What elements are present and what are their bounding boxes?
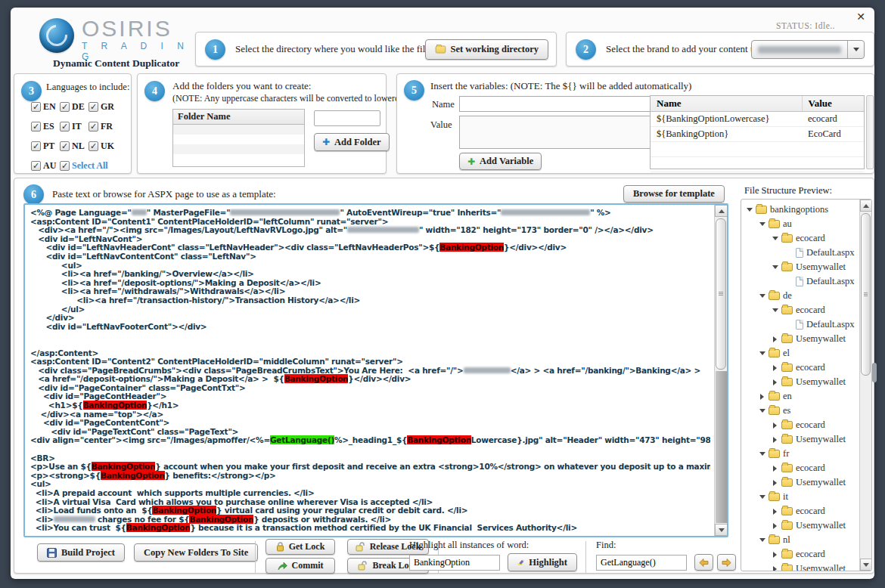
language-checkbox[interactable]: ✓: [31, 141, 41, 151]
tree-folder-en[interactable]: en: [743, 389, 859, 404]
set-working-directory-button[interactable]: Set working directory: [425, 39, 548, 60]
language-option-fr[interactable]: ✓FR: [88, 121, 132, 132]
code-scrollbar-track[interactable]: [716, 371, 727, 523]
expand-arrow-icon[interactable]: [772, 365, 778, 371]
variable-row[interactable]: ${BankingOption}EcoCard: [651, 127, 864, 142]
tree-folder-ecocard[interactable]: ecocard: [743, 231, 859, 246]
get-lock-button[interactable]: Get Lock: [266, 539, 335, 555]
expand-arrow-icon[interactable]: [772, 422, 778, 429]
tree-folder-it[interactable]: it: [743, 490, 859, 504]
highlight-word-input[interactable]: [409, 555, 500, 571]
collapse-arrow-icon[interactable]: [759, 495, 765, 499]
expand-arrow-icon[interactable]: [772, 523, 778, 529]
tree-folder-ecocard[interactable]: ecocard: [743, 303, 859, 317]
tree-folder-ecocard[interactable]: ecocard: [743, 547, 859, 562]
select-all-option[interactable]: ✓Select All: [60, 160, 132, 172]
build-project-button[interactable]: Build Project: [37, 543, 125, 562]
find-input[interactable]: [596, 555, 687, 571]
tree-file-default.aspx[interactable]: Default.aspx: [743, 317, 859, 332]
collapse-arrow-icon[interactable]: [759, 452, 765, 456]
tree-folder-usemywallet[interactable]: Usemywallet: [743, 260, 859, 274]
collapse-arrow-icon[interactable]: [759, 351, 765, 355]
tree-folder-ecocard[interactable]: ecocard: [743, 418, 859, 432]
variables-table-scrollbar[interactable]: [866, 95, 874, 169]
resize-handle[interactable]: [872, 363, 877, 382]
language-checkbox[interactable]: ✓: [60, 141, 70, 151]
tree-folder-el[interactable]: el: [743, 346, 859, 361]
tree-scroll-down-icon[interactable]: [860, 559, 872, 571]
language-option-au[interactable]: ✓AU: [31, 160, 60, 172]
tree-folder-usemywallet[interactable]: Usemywallet: [743, 518, 859, 533]
expand-arrow-icon[interactable]: [772, 466, 778, 472]
language-option-es[interactable]: ✓ES: [31, 121, 60, 132]
collapse-arrow-icon[interactable]: [759, 409, 765, 413]
scroll-down-icon[interactable]: [715, 524, 728, 536]
language-option-en[interactable]: ✓EN: [31, 101, 60, 113]
expand-arrow-icon[interactable]: [772, 379, 778, 385]
collapse-arrow-icon[interactable]: [772, 237, 778, 240]
tree-folder-ecocard[interactable]: ecocard: [743, 461, 859, 475]
tree-folder-nl[interactable]: nl: [743, 533, 859, 547]
language-checkbox[interactable]: ✓: [88, 141, 98, 151]
language-checkbox[interactable]: ✓: [31, 122, 41, 132]
commit-button[interactable]: Commit: [266, 558, 335, 574]
expand-arrow-icon[interactable]: [772, 509, 778, 515]
tree-file-default.aspx[interactable]: Default.aspx: [743, 274, 859, 289]
variable-name-input[interactable]: [459, 96, 654, 112]
copy-new-folders-button[interactable]: Copy New Folders To Site: [134, 543, 258, 562]
language-checkbox[interactable]: ✓: [88, 122, 98, 132]
select-all-link[interactable]: Select All: [72, 160, 108, 172]
tree-folder-ecocard[interactable]: ecocard: [743, 504, 859, 518]
scroll-up-icon[interactable]: [715, 205, 728, 217]
tree-folder-ecocard[interactable]: ecocard: [743, 361, 859, 375]
tree-scrollbar-thumb[interactable]: [861, 213, 871, 376]
close-icon[interactable]: ✕: [856, 11, 865, 23]
tree-folder-es[interactable]: es: [743, 404, 859, 418]
collapse-arrow-icon[interactable]: [746, 208, 753, 212]
tree-folder-bankingoptions[interactable]: bankingoptions: [743, 203, 859, 217]
language-checkbox[interactable]: ✓: [88, 102, 98, 112]
highlight-button[interactable]: Highlight: [508, 553, 577, 571]
expand-arrow-icon[interactable]: [759, 394, 765, 400]
collapse-arrow-icon[interactable]: [759, 538, 765, 542]
expand-arrow-icon[interactable]: [772, 552, 778, 558]
tree-folder-usemywallet[interactable]: Usemywallet: [743, 475, 859, 490]
expand-arrow-icon[interactable]: [772, 437, 778, 443]
collapse-arrow-icon[interactable]: [772, 308, 778, 312]
code-scrollbar[interactable]: [714, 205, 727, 536]
tree-folder-usemywallet[interactable]: Usemywallet: [743, 375, 859, 389]
variable-row[interactable]: ${BankingOptionLowercase}ecocard: [651, 112, 864, 127]
tree-file-default.aspx[interactable]: Default.aspx: [743, 246, 859, 260]
code-scrollbar-thumb[interactable]: [716, 218, 726, 370]
language-checkbox[interactable]: ✓: [31, 161, 41, 171]
language-option-gr[interactable]: ✓GR: [88, 101, 132, 113]
find-next-button[interactable]: [717, 554, 736, 571]
expand-arrow-icon[interactable]: [772, 480, 778, 486]
tree-folder-usemywallet[interactable]: Usemywallet: [743, 562, 859, 571]
tree-scroll-up-icon[interactable]: [860, 200, 872, 212]
language-option-nl[interactable]: ✓NL: [60, 141, 88, 152]
tree-folder-de[interactable]: de: [743, 289, 859, 303]
tree-scrollbar[interactable]: [859, 200, 871, 571]
variable-value-input[interactable]: [459, 116, 654, 149]
language-option-uk[interactable]: ✓UK: [88, 141, 132, 152]
language-option-de[interactable]: ✓DE: [60, 101, 88, 113]
collapse-arrow-icon[interactable]: [759, 222, 765, 226]
tree-folder-usemywallet[interactable]: Usemywallet: [743, 332, 859, 346]
language-option-it[interactable]: ✓IT: [60, 121, 88, 132]
tree-folder-usemywallet[interactable]: Usemywallet: [743, 432, 859, 447]
language-checkbox[interactable]: ✓: [60, 102, 70, 112]
browse-for-template-button[interactable]: Browse for template: [623, 185, 725, 203]
brand-dropdown[interactable]: [751, 40, 865, 59]
dropdown-caret-icon[interactable]: [847, 41, 864, 58]
language-checkbox[interactable]: ✓: [60, 122, 70, 132]
tree-folder-fr[interactable]: fr: [743, 447, 859, 461]
find-previous-button[interactable]: [694, 554, 713, 571]
folder-name-input[interactable]: [314, 110, 380, 126]
collapse-arrow-icon[interactable]: [772, 265, 778, 269]
add-folder-button[interactable]: ✚ Add Folder: [314, 133, 390, 151]
select-all-checkbox[interactable]: ✓: [60, 161, 70, 171]
expand-arrow-icon[interactable]: [772, 336, 778, 342]
collapse-arrow-icon[interactable]: [759, 294, 765, 298]
language-checkbox[interactable]: ✓: [31, 102, 41, 112]
